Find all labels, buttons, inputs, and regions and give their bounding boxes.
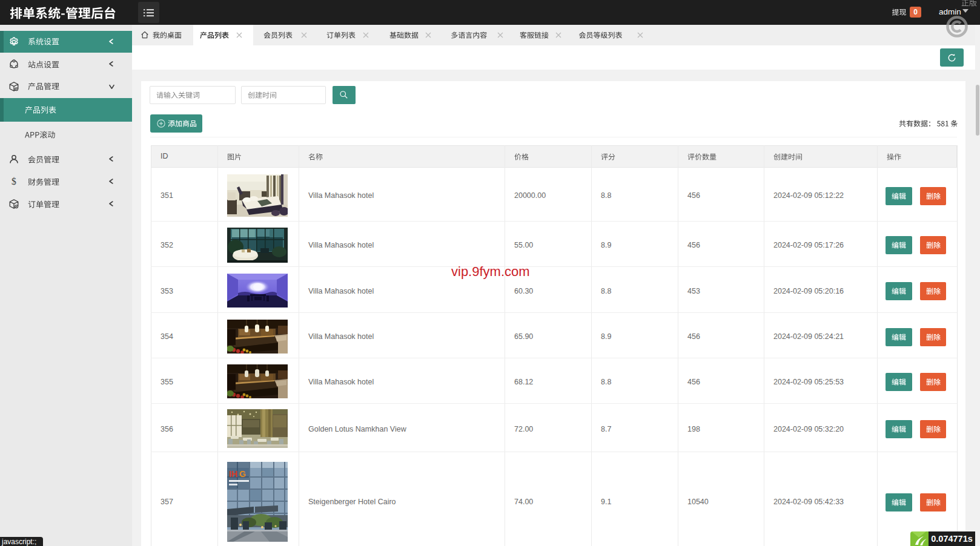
svg-text:IH: IH	[229, 469, 237, 479]
svg-text:G: G	[239, 469, 246, 479]
svg-text:$: $	[12, 176, 16, 186]
